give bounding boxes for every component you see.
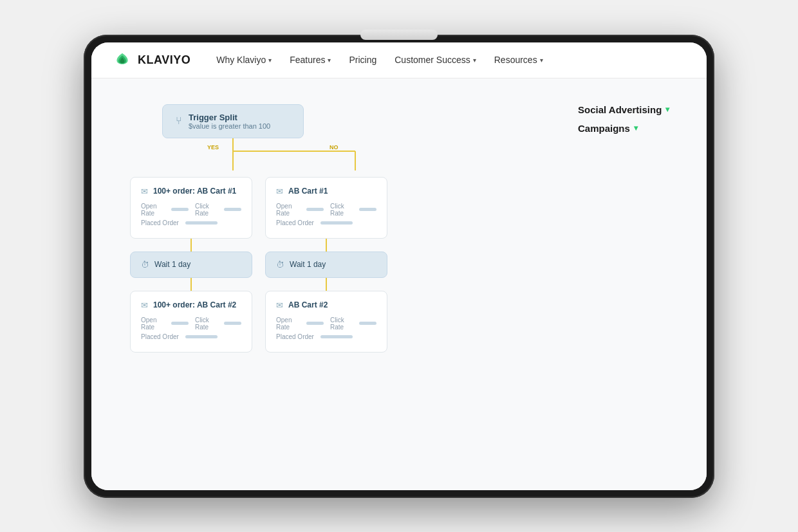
split-icon: ⑂ xyxy=(176,115,182,127)
campaigns-dropdown[interactable]: Campaigns ▾ xyxy=(578,123,694,134)
r-click-rate-bar xyxy=(359,208,376,211)
placed-order-label: Placed Order xyxy=(141,219,179,226)
left-wait-node-1[interactable]: ⏱ Wait 1 day xyxy=(130,252,252,278)
chevron-down-icon: ▾ xyxy=(540,57,543,64)
left-wait-1-label: Wait 1 day xyxy=(154,260,190,269)
email-icon-2: ✉ xyxy=(141,300,148,310)
r-v-connector-2 xyxy=(326,278,327,291)
email-icon: ✉ xyxy=(141,187,148,196)
branch-connector-svg: YES NO xyxy=(156,138,426,177)
trigger-split-node[interactable]: ⑂ Trigger Split $value is greater than 1… xyxy=(162,104,304,138)
svg-text:NO: NO xyxy=(329,144,339,151)
r-open-rate-bar-2 xyxy=(306,322,324,325)
nav-items: Why Klaviyo ▾ Features ▾ Pricing Custome… xyxy=(216,55,543,65)
tablet-device: KLAVIYO Why Klaviyo ▾ Features ▾ Pricing… xyxy=(84,35,714,498)
navbar: KLAVIYO Why Klaviyo ▾ Features ▾ Pricing… xyxy=(91,42,707,78)
trigger-node-title: Trigger Split xyxy=(189,113,270,122)
logo[interactable]: KLAVIYO xyxy=(112,52,190,68)
right-branch-column: ✉ AB Cart #1 Open Rate Click Rate Placed… xyxy=(265,177,387,353)
r-open-rate-label: Open Rate xyxy=(276,203,300,217)
open-rate-label-2: Open Rate xyxy=(141,316,165,331)
right-email-2-title: AB Cart #2 xyxy=(288,300,328,309)
svg-text:YES: YES xyxy=(207,144,219,151)
right-wait-1-label: Wait 1 day xyxy=(290,260,326,269)
chevron-down-icon: ▾ xyxy=(473,57,476,64)
nav-item-features[interactable]: Features ▾ xyxy=(290,55,331,65)
v-connector-1 xyxy=(190,239,192,252)
clock-icon: ⏱ xyxy=(141,260,149,270)
r-v-connector-1 xyxy=(326,239,327,252)
open-rate-label: Open Rate xyxy=(141,203,165,217)
r-open-rate-bar xyxy=(306,208,324,211)
flow-diagram-area: ⑂ Trigger Split $value is greater than 1… xyxy=(91,78,565,490)
open-rate-bar-2 xyxy=(171,322,189,325)
r-click-rate-label-2: Click Rate xyxy=(330,316,353,331)
right-panel: Social Advertising ▾ Campaigns ▾ xyxy=(565,78,707,490)
click-rate-bar-2 xyxy=(224,322,241,325)
chevron-down-icon-social: ▾ xyxy=(665,105,669,114)
right-email-1-title: AB Cart #1 xyxy=(288,187,328,196)
email-icon-r2: ✉ xyxy=(276,300,283,310)
r-placed-order-bar-2 xyxy=(320,335,353,338)
nav-item-pricing[interactable]: Pricing xyxy=(349,55,376,65)
r-open-rate-label-2: Open Rate xyxy=(276,316,300,331)
r-placed-order-bar xyxy=(320,221,353,225)
nav-item-why-klaviyo[interactable]: Why Klaviyo ▾ xyxy=(216,55,272,65)
r-placed-order-label-2: Placed Order xyxy=(276,333,314,340)
right-email-node-2[interactable]: ✉ AB Cart #2 Open Rate Click Rate Placed… xyxy=(265,291,387,353)
left-email-node-2[interactable]: ✉ 100+ order: AB Cart #2 Open Rate Click… xyxy=(130,291,252,353)
email-icon-r1: ✉ xyxy=(276,187,283,196)
left-email-2-title: 100+ order: AB Cart #2 xyxy=(153,300,236,309)
open-rate-bar xyxy=(171,208,189,211)
tablet-screen: KLAVIYO Why Klaviyo ▾ Features ▾ Pricing… xyxy=(91,42,707,490)
trigger-node-subtitle: $value is greater than 100 xyxy=(189,122,270,130)
left-branch-column: ✉ 100+ order: AB Cart #1 Open Rate Click… xyxy=(130,177,252,353)
r-clock-icon: ⏱ xyxy=(276,260,284,270)
apple-pencil xyxy=(360,30,438,40)
left-email-node-1[interactable]: ✉ 100+ order: AB Cart #1 Open Rate Click… xyxy=(130,177,252,239)
logo-text: KLAVIYO xyxy=(138,53,190,67)
klaviyo-logo-icon xyxy=(112,52,133,68)
social-advertising-dropdown[interactable]: Social Advertising ▾ xyxy=(578,104,694,115)
placed-order-bar-2 xyxy=(185,335,218,338)
chevron-down-icon: ▾ xyxy=(328,57,331,64)
v-connector-2 xyxy=(190,278,192,291)
chevron-down-icon-campaigns: ▾ xyxy=(634,124,638,133)
content-area: ⑂ Trigger Split $value is greater than 1… xyxy=(91,78,707,490)
r-click-rate-label: Click Rate xyxy=(330,203,353,217)
right-email-node-1[interactable]: ✉ AB Cart #1 Open Rate Click Rate Placed… xyxy=(265,177,387,239)
click-rate-label-2: Click Rate xyxy=(195,316,218,331)
click-rate-label: Click Rate xyxy=(195,203,218,217)
nav-item-resources[interactable]: Resources ▾ xyxy=(494,55,543,65)
nav-item-customer-success[interactable]: Customer Success ▾ xyxy=(394,55,476,65)
click-rate-bar xyxy=(224,208,241,211)
chevron-down-icon: ▾ xyxy=(268,57,272,64)
placed-order-label-2: Placed Order xyxy=(141,333,179,340)
left-email-1-title: 100+ order: AB Cart #1 xyxy=(153,187,236,196)
r-placed-order-label: Placed Order xyxy=(276,219,314,226)
placed-order-bar xyxy=(185,221,218,225)
right-wait-node-1[interactable]: ⏱ Wait 1 day xyxy=(265,252,387,278)
r-click-rate-bar-2 xyxy=(359,322,376,325)
